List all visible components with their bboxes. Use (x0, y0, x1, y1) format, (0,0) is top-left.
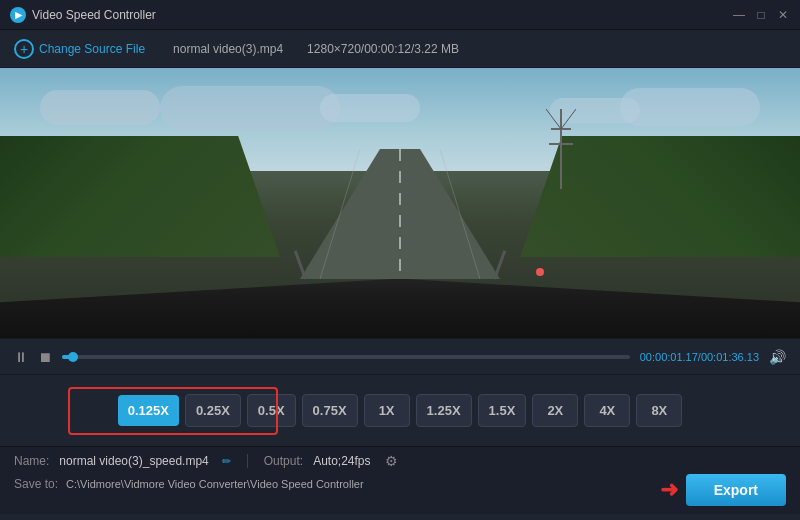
progress-bar[interactable] (62, 355, 630, 359)
change-source-button[interactable]: + Change Source File (14, 39, 145, 59)
power-tower (546, 109, 576, 189)
speed-btn-15x[interactable]: 1.5X (478, 394, 527, 427)
speed-btn-05x[interactable]: 0.5X (247, 394, 296, 427)
time-display: 00:00:01.17/00:01:36.13 (640, 351, 759, 363)
export-area: ➜ Export (660, 474, 786, 506)
play-button[interactable]: ⏸ (14, 349, 28, 365)
change-source-label: Change Source File (39, 42, 145, 56)
separator (247, 454, 248, 468)
speed-btn-4x[interactable]: 4X (584, 394, 630, 427)
save-path: C:\Vidmore\Vidmore Video Converter\Video… (66, 478, 729, 490)
player-controls: ⏸ ⏹ 00:00:01.17/00:01:36.13 🔊 (0, 338, 800, 374)
output-value: Auto;24fps (313, 454, 370, 468)
video-frame[interactable] (0, 68, 800, 338)
trees-left (0, 136, 280, 258)
output-label: Output: (264, 454, 303, 468)
svg-line-8 (561, 109, 576, 129)
video-area (0, 68, 800, 338)
stop-button[interactable]: ⏹ (38, 349, 52, 365)
arrow-icon: ➜ (660, 477, 678, 503)
file-meta: 1280×720/00:00:12/3.22 MB (307, 42, 459, 56)
name-label: Name: (14, 454, 49, 468)
app-title: Video Speed Controller (32, 8, 732, 22)
speed-btn-1x[interactable]: 1X (364, 394, 410, 427)
speed-btn-8x[interactable]: 8X (636, 394, 682, 427)
speed-section: 0.125X0.25X0.5X0.75X1X1.25X1.5X2X4X8X (0, 374, 800, 446)
speed-btn-025x[interactable]: 0.25X (185, 394, 241, 427)
gear-icon[interactable]: ⚙ (385, 453, 398, 469)
speed-btn-0125x[interactable]: 0.125X (118, 395, 179, 426)
progress-handle (68, 352, 78, 362)
road (300, 149, 500, 279)
speed-btn-125x[interactable]: 1.25X (416, 394, 472, 427)
close-button[interactable]: ✕ (776, 8, 790, 22)
toolbar: + Change Source File normal video(3).mp4… (0, 30, 800, 68)
edit-name-icon[interactable]: ✏ (222, 455, 231, 468)
speed-btn-2x[interactable]: 2X (532, 394, 578, 427)
titlebar: ▶ Video Speed Controller — □ ✕ (0, 0, 800, 30)
red-dot (536, 268, 544, 276)
svg-line-7 (546, 109, 561, 129)
volume-icon[interactable]: 🔊 (769, 349, 786, 365)
window-controls: — □ ✕ (732, 8, 790, 22)
bottom-row1: Name: normal video(3)_speed.mp4 ✏ Output… (14, 453, 786, 469)
save-label: Save to: (14, 477, 58, 491)
app-icon: ▶ (10, 7, 26, 23)
output-filename: normal video(3)_speed.mp4 (59, 454, 208, 468)
file-name: normal video(3).mp4 (173, 42, 283, 56)
plus-icon: + (14, 39, 34, 59)
minimize-button[interactable]: — (732, 8, 746, 22)
export-button[interactable]: Export (686, 474, 786, 506)
maximize-button[interactable]: □ (754, 8, 768, 22)
speed-btn-075x[interactable]: 0.75X (302, 394, 358, 427)
